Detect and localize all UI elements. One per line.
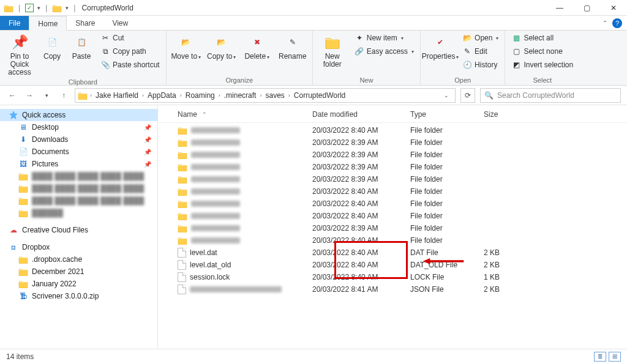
- table-row[interactable]: 20/03/2022 8:41 AMJSON File2 KB: [158, 283, 627, 295]
- qat-dropdown-icon[interactable]: ▾: [66, 5, 69, 11]
- new-item-button[interactable]: ✦New item▾: [352, 32, 416, 44]
- table-row[interactable]: 20/03/2022 8:39 AMFile folder: [158, 161, 627, 173]
- sidebar-item[interactable]: 🗜Scrivener 3.0.0.0.zip: [0, 290, 157, 302]
- paste-shortcut-button[interactable]: 📎Paste shortcut: [98, 59, 162, 71]
- sidebar-item-pictures[interactable]: 🖼Pictures📌: [0, 158, 157, 170]
- table-row[interactable]: 20/03/2022 8:40 AMFile folder: [158, 210, 627, 222]
- table-row[interactable]: 20/03/2022 8:40 AMFile folder: [158, 124, 627, 136]
- maximize-button[interactable]: ▢: [573, 0, 600, 16]
- file-type: DAT File: [410, 248, 484, 257]
- table-row[interactable]: 20/03/2022 8:39 AMFile folder: [158, 149, 627, 161]
- column-header-name[interactable]: Name⌃: [178, 110, 312, 119]
- details-view-button[interactable]: ≣: [594, 352, 606, 362]
- select-none-button[interactable]: ▢Select none: [509, 45, 576, 58]
- column-header-type[interactable]: Type: [410, 110, 484, 119]
- breadcrumb-segment[interactable]: saves: [263, 91, 287, 100]
- recent-dropdown[interactable]: ▾: [40, 89, 53, 102]
- table-row[interactable]: 20/03/2022 8:40 AMFile folder: [158, 198, 627, 210]
- search-input[interactable]: 🔍 Search CorruptedWorld: [480, 88, 621, 103]
- icons-view-button[interactable]: ⊞: [609, 352, 621, 362]
- table-row[interactable]: 20/03/2022 8:39 AMFile folder: [158, 173, 627, 185]
- sidebar-item[interactable]: ████ ████ ████ ████ ████: [0, 182, 157, 195]
- file-name: [191, 164, 240, 170]
- invert-selection-button[interactable]: ◩Invert selection: [509, 59, 576, 71]
- file-type: File folder: [410, 126, 484, 135]
- qat-dropdown-icon[interactable]: ▾: [37, 5, 40, 11]
- folder-icon: [18, 267, 28, 276]
- table-row[interactable]: 20/03/2022 8:39 AMFile folder: [158, 222, 627, 234]
- file-type: File folder: [410, 163, 484, 171]
- help-icon[interactable]: ?: [612, 18, 622, 28]
- sidebar-item-creative-cloud[interactable]: ☁Creative Cloud Files: [0, 224, 157, 236]
- new-folder-button[interactable]: New folder: [317, 32, 348, 70]
- file-name: [191, 237, 240, 243]
- tab-view[interactable]: View: [103, 16, 137, 30]
- tab-share[interactable]: Share: [67, 16, 103, 30]
- sidebar-item-downloads[interactable]: ⬇Downloads📌: [0, 133, 157, 146]
- breadcrumb-segment[interactable]: Roaming: [183, 91, 217, 100]
- edit-button[interactable]: ✎Edit: [460, 45, 501, 58]
- breadcrumb-segment[interactable]: .minecraft: [222, 91, 259, 100]
- file-name: [191, 188, 240, 195]
- qat-checkbox-icon[interactable]: ✓: [25, 4, 34, 12]
- table-row[interactable]: level.dat_old20/03/2022 8:40 AMDAT_OLD F…: [158, 259, 627, 271]
- sidebar-item-documents[interactable]: 📄Documents📌: [0, 146, 157, 158]
- table-row[interactable]: 20/03/2022 8:39 AMFile folder: [158, 136, 627, 149]
- file-type: File folder: [410, 187, 484, 196]
- sidebar-item[interactable]: December 2021: [0, 266, 157, 278]
- sidebar-item[interactable]: ██████: [0, 207, 157, 219]
- table-row[interactable]: 20/03/2022 8:40 AMFile folder: [158, 185, 627, 198]
- breadcrumb-dropdown-icon[interactable]: ⌄: [440, 92, 452, 98]
- table-row[interactable]: 20/03/2022 8:40 AMFile folder: [158, 234, 627, 247]
- back-button[interactable]: ←: [6, 89, 18, 102]
- pictures-icon: 🖼: [18, 160, 28, 168]
- table-row[interactable]: session.lock20/03/2022 8:40 AMLOCK File1…: [158, 271, 627, 283]
- file-type: File folder: [410, 138, 484, 147]
- rename-button[interactable]: ✎ Rename: [277, 32, 309, 62]
- copy-button[interactable]: 📄 Copy: [39, 32, 65, 62]
- file-size: 2 KB: [484, 261, 533, 269]
- breadcrumb[interactable]: › Jake Harfield› AppData› Roaming› .mine…: [75, 88, 456, 103]
- sidebar-item-quick-access[interactable]: Quick access: [0, 109, 157, 121]
- sidebar-item-desktop[interactable]: 🖥Desktop📌: [0, 121, 157, 133]
- tab-home[interactable]: Home: [29, 16, 67, 31]
- history-button[interactable]: 🕘History: [460, 59, 501, 71]
- sidebar-item[interactable]: ████ ████ ████ ████ ████: [0, 195, 157, 207]
- easy-access-button[interactable]: 🔗Easy access▾: [352, 45, 416, 58]
- history-icon: 🕘: [462, 60, 472, 70]
- minimize-button[interactable]: —: [546, 0, 573, 16]
- column-header-date[interactable]: Date modified: [312, 110, 410, 119]
- copy-path-button[interactable]: ⧉Copy path: [98, 45, 162, 58]
- file-icon: [178, 260, 186, 270]
- breadcrumb-segment[interactable]: Jake Harfield: [93, 91, 141, 100]
- folder-icon: [178, 212, 187, 220]
- pin-to-quick-access-button[interactable]: 📌 Pin to Quick access: [4, 32, 36, 78]
- breadcrumb-segment[interactable]: CorruptedWorld: [291, 91, 348, 100]
- breadcrumb-segment[interactable]: AppData: [145, 91, 179, 100]
- sidebar-item[interactable]: ████ ████ ████ ████ ████: [0, 170, 157, 182]
- collapse-ribbon-icon[interactable]: ⌃: [603, 20, 607, 26]
- folder-icon: [18, 280, 28, 288]
- properties-button[interactable]: ✔ Properties▾: [424, 32, 456, 62]
- table-row[interactable]: level.dat20/03/2022 8:40 AMDAT File2 KB: [158, 247, 627, 259]
- move-to-button[interactable]: 📂 Move to▾: [170, 32, 202, 62]
- sidebar-item[interactable]: January 2022: [0, 278, 157, 290]
- paste-button[interactable]: 📋 Paste: [69, 32, 94, 62]
- close-button[interactable]: ✕: [600, 0, 627, 16]
- file-name: level.dat: [190, 248, 217, 257]
- select-all-button[interactable]: ▦Select all: [509, 32, 576, 44]
- folder-icon: [18, 196, 28, 205]
- refresh-button[interactable]: ⟳: [460, 88, 475, 103]
- delete-button[interactable]: ✖ Delete▾: [241, 32, 273, 62]
- pin-icon: 📌: [144, 136, 151, 143]
- sidebar-item-dropbox[interactable]: ⧈Dropbox: [0, 241, 157, 253]
- up-button[interactable]: ↑: [58, 89, 70, 102]
- open-button[interactable]: 📂Open▾: [460, 32, 501, 44]
- copy-to-button[interactable]: 📂 Copy to▾: [206, 32, 238, 62]
- forward-button[interactable]: →: [23, 89, 36, 102]
- sidebar-item[interactable]: .dropbox.cache: [0, 253, 157, 266]
- cut-button[interactable]: ✂Cut: [98, 32, 162, 44]
- folder-icon: [18, 184, 28, 193]
- column-header-size[interactable]: Size: [484, 110, 533, 119]
- tab-file[interactable]: File: [0, 16, 29, 30]
